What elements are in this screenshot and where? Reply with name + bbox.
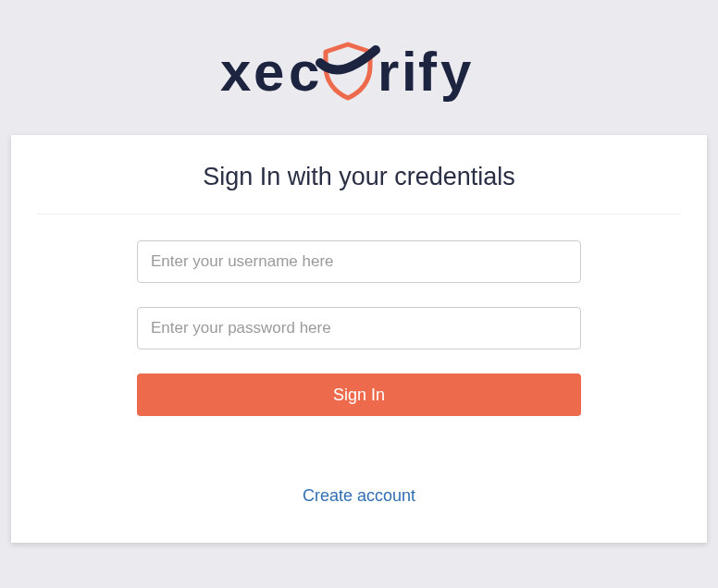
page-heading: Sign In with your credentials <box>30 163 688 191</box>
svg-text:f: f <box>418 41 438 103</box>
password-input[interactable] <box>137 307 581 349</box>
signin-button[interactable]: Sign In <box>137 374 581 416</box>
svg-text:x: x <box>220 41 251 103</box>
logo-container: x e c r i f y <box>0 0 718 135</box>
card-header: Sign In with your credentials <box>11 135 707 214</box>
svg-text:r: r <box>378 41 399 103</box>
signin-card: Sign In with your credentials Sign In Cr… <box>11 135 707 543</box>
shield-icon <box>320 44 376 98</box>
svg-text:e: e <box>254 41 284 103</box>
brand-logo: x e c r i f y <box>220 37 498 107</box>
svg-text:c: c <box>289 41 319 103</box>
svg-text:i: i <box>402 41 417 103</box>
username-input[interactable] <box>137 240 581 283</box>
svg-text:y: y <box>440 41 472 103</box>
signin-form: Sign In Create account <box>11 214 707 543</box>
create-account-link[interactable]: Create account <box>303 486 415 505</box>
